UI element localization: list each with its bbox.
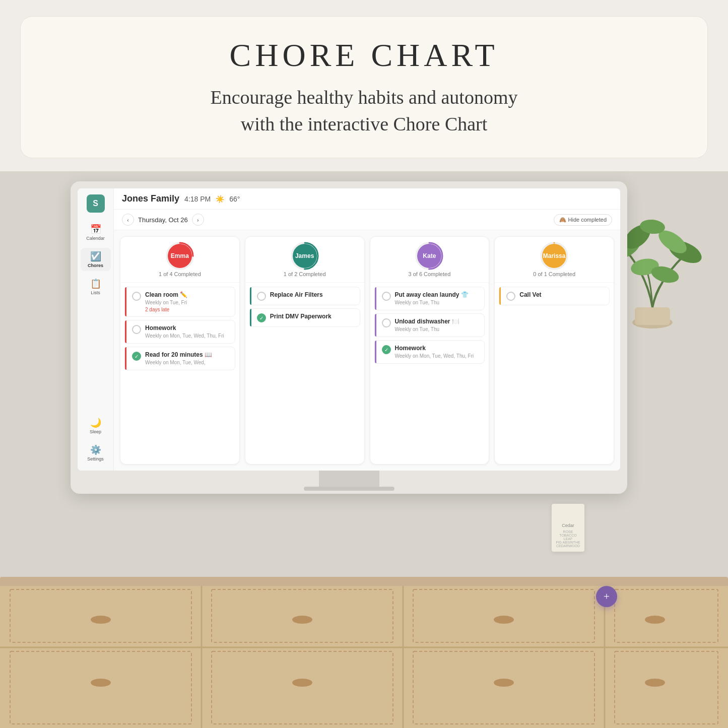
- chore-item[interactable]: Unload dishwasher 🍽️Weekly on Tue, Thu: [374, 313, 485, 337]
- prev-date-button[interactable]: ‹: [122, 214, 134, 226]
- chore-checkbox[interactable]: [132, 292, 141, 301]
- monitor-stand: [319, 471, 379, 491]
- chore-title: Homework: [145, 324, 230, 332]
- chore-checkbox[interactable]: ✓: [132, 352, 141, 361]
- chore-title: Clean room ✏️: [145, 291, 230, 298]
- app-header: Jones Family 4:18 PM ☀️ 66°: [114, 188, 620, 210]
- chore-item[interactable]: ✓Print DMV Paperwork: [249, 308, 360, 327]
- chore-subtitle: Weekly on Mon, Tue, Wed, Thu, Fri: [395, 353, 480, 359]
- chore-subtitle: Weekly on Tue, Thu: [395, 326, 480, 333]
- chore-checkbox[interactable]: ✓: [257, 313, 266, 322]
- chore-title: Homework: [395, 345, 480, 352]
- chore-checkbox[interactable]: [132, 325, 141, 334]
- chore-checkbox[interactable]: [382, 292, 391, 301]
- header-time: 4:18 PM: [184, 195, 211, 203]
- sidebar-item-chores[interactable]: ☑️ Chores: [81, 248, 111, 271]
- hide-icon: 🙈: [559, 217, 566, 223]
- chore-subtitle: Weekly on Tue, Thu: [395, 299, 480, 306]
- lists-icon: 📋: [90, 278, 101, 289]
- svg-rect-17: [0, 577, 728, 587]
- person-card-james: James1 of 2 CompletedReplace Air Filters…: [245, 236, 365, 465]
- chore-list-emma: Clean room ✏️Weekly on Tue, Fri2 days la…: [120, 283, 239, 464]
- person-card-marissa: Marissa0 of 1 CompletedCall Vet: [494, 236, 614, 465]
- sidebar-item-sleep[interactable]: 🌙 Sleep: [81, 414, 111, 437]
- sidebar-item-settings-label: Settings: [87, 456, 104, 461]
- svg-rect-1: [635, 307, 670, 325]
- banner-title: CHORE CHART: [51, 37, 677, 74]
- weather-icon: ☀️: [216, 195, 224, 203]
- chore-item[interactable]: ✓Read for 20 minutes 📖Weekly on Mon, Tue…: [124, 347, 235, 370]
- chore-title: Print DMV Paperwork: [270, 313, 355, 320]
- chore-title: Replace Air Filters: [270, 291, 355, 298]
- person-header-emma: Emma1 of 4 Completed: [120, 237, 239, 283]
- calendar-icon: 📅: [90, 224, 101, 235]
- chore-checkbox[interactable]: [506, 292, 515, 301]
- top-banner: CHORE CHART Encourage healthy habits and…: [20, 16, 708, 158]
- add-icon: +: [604, 590, 610, 603]
- sidebar: S 📅 Calendar ☑️ Chores 📋 Lists 🌙 Sleep: [78, 188, 114, 471]
- progress-ring-marissa: [540, 242, 568, 270]
- svg-point-30: [645, 679, 665, 687]
- sidebar-item-chores-label: Chores: [88, 263, 103, 268]
- sidebar-item-calendar-label: Calendar: [86, 236, 105, 241]
- monitor: S 📅 Calendar ☑️ Chores 📋 Lists 🌙 Sleep: [71, 181, 627, 494]
- completion-marissa: 0 of 1 Completed: [533, 271, 575, 277]
- chore-item[interactable]: Clean room ✏️Weekly on Tue, Fri2 days la…: [124, 287, 235, 317]
- furniture: [0, 547, 728, 728]
- banner-subtitle: Encourage healthy habits and autonomy wi…: [51, 84, 677, 138]
- chore-title: Call Vet: [519, 291, 604, 298]
- chore-checkbox[interactable]: [382, 318, 391, 327]
- chore-item[interactable]: HomeworkWeekly on Mon, Tue, Wed, Thu, Fr…: [124, 320, 235, 344]
- sleep-icon: 🌙: [90, 417, 101, 428]
- svg-point-15: [541, 243, 567, 269]
- chore-list-marissa: Call Vet: [495, 283, 614, 464]
- date-label: Thursday, Oct 26: [138, 216, 188, 224]
- svg-point-27: [91, 679, 111, 687]
- svg-rect-18: [0, 586, 728, 728]
- chore-list-james: Replace Air Filters✓Print DMV Paperwork: [245, 283, 364, 464]
- person-header-james: James1 of 2 Completed: [245, 237, 364, 283]
- chore-subtitle: Weekly on Mon, Tue, Wed, Thu, Fri: [145, 333, 230, 339]
- next-date-button[interactable]: ›: [192, 214, 204, 226]
- svg-point-25: [494, 616, 514, 624]
- svg-point-28: [292, 679, 312, 687]
- temperature: 66°: [229, 195, 240, 203]
- progress-ring-kate: [415, 242, 443, 270]
- candle-label: Cedar: [562, 523, 574, 529]
- progress-ring-james: [291, 242, 319, 270]
- person-card-kate: Kate3 of 6 CompletedPut away clean laund…: [370, 236, 490, 465]
- candle-decoration: Cedar ROSETOBACCO LEAFFIG ABSINTHECEDARW…: [552, 504, 584, 552]
- svg-point-23: [91, 616, 111, 624]
- chore-item[interactable]: Call Vet: [499, 287, 610, 305]
- monitor-screen: S 📅 Calendar ☑️ Chores 📋 Lists 🌙 Sleep: [78, 188, 620, 471]
- person-header-kate: Kate3 of 6 Completed: [370, 237, 489, 283]
- chore-checkbox[interactable]: ✓: [382, 345, 391, 354]
- chore-title: Unload dishwasher 🍽️: [395, 318, 480, 325]
- chore-checkbox[interactable]: [257, 292, 266, 301]
- sidebar-item-lists[interactable]: 📋 Lists: [81, 275, 111, 298]
- progress-ring-emma: [166, 242, 194, 270]
- svg-point-29: [494, 679, 514, 687]
- completion-james: 1 of 2 Completed: [284, 271, 326, 277]
- sidebar-logo: S: [87, 194, 105, 213]
- date-nav: ‹ Thursday, Oct 26 › 🙈 Hide completed: [114, 210, 620, 230]
- chores-icon: ☑️: [90, 251, 101, 262]
- chore-item[interactable]: ✓HomeworkWeekly on Mon, Tue, Wed, Thu, F…: [374, 340, 485, 364]
- hide-completed-button[interactable]: 🙈 Hide completed: [554, 214, 612, 226]
- chore-subtitle: Weekly on Tue, Fri: [145, 299, 230, 306]
- sidebar-item-lists-label: Lists: [91, 290, 100, 295]
- sidebar-item-sleep-label: Sleep: [90, 429, 101, 434]
- main-content: Jones Family 4:18 PM ☀️ 66° ‹ Thursday, …: [114, 188, 620, 471]
- chore-title: Read for 20 minutes 📖: [145, 351, 230, 358]
- sidebar-item-calendar[interactable]: 📅 Calendar: [81, 221, 111, 244]
- sidebar-item-settings[interactable]: ⚙️ Settings: [81, 441, 111, 465]
- add-chore-button[interactable]: +: [596, 586, 617, 607]
- chore-item[interactable]: Put away clean laundy 👕Weekly on Tue, Th…: [374, 287, 485, 310]
- chore-cards-area: Emma1 of 4 CompletedClean room ✏️Weekly …: [114, 230, 620, 471]
- chore-list-kate: Put away clean laundy 👕Weekly on Tue, Th…: [370, 283, 489, 464]
- person-card-emma: Emma1 of 4 CompletedClean room ✏️Weekly …: [120, 236, 240, 465]
- chore-late: 2 days late: [145, 307, 230, 312]
- completion-kate: 3 of 6 Completed: [408, 271, 450, 277]
- chore-item[interactable]: Replace Air Filters: [249, 287, 360, 305]
- chore-title: Put away clean laundy 👕: [395, 291, 480, 298]
